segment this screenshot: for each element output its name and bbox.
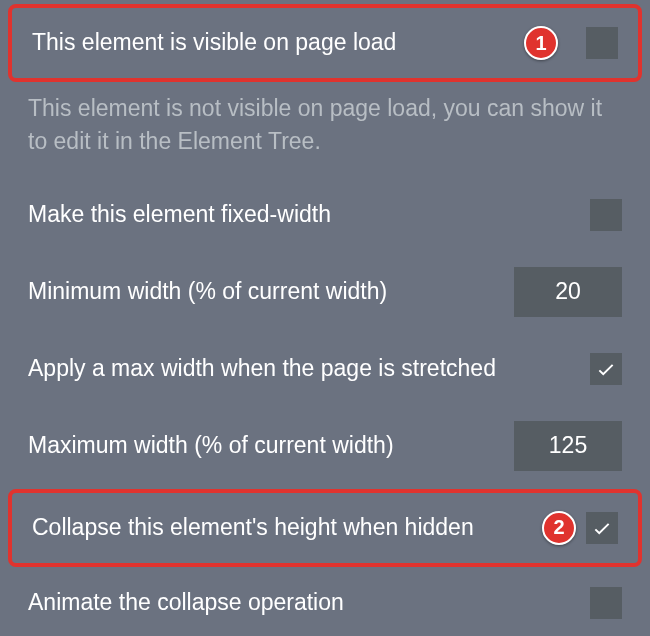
row-fixed-width: Make this element fixed-width (0, 181, 650, 249)
label-min-width: Minimum width (% of current width) (28, 276, 514, 307)
row-collapse-when-hidden: Collapse this element's height when hidd… (12, 493, 638, 563)
checkbox-visible-on-load[interactable] (586, 27, 618, 59)
annotation-badge-1: 1 (524, 26, 558, 60)
row-min-width: Minimum width (% of current width) (0, 249, 650, 335)
highlight-box-2: Collapse this element's height when hidd… (8, 489, 642, 567)
checkbox-apply-max-width[interactable] (590, 353, 622, 385)
input-min-width[interactable] (514, 267, 622, 317)
checkbox-collapse-when-hidden[interactable] (586, 512, 618, 544)
label-animate-collapse: Animate the collapse operation (28, 587, 590, 618)
check-icon (591, 517, 613, 539)
row-visible-on-load: This element is visible on page load 1 (12, 8, 638, 78)
check-icon (595, 358, 617, 380)
row-apply-max-width: Apply a max width when the page is stret… (0, 335, 650, 403)
checkbox-fixed-width[interactable] (590, 199, 622, 231)
label-visible-on-load: This element is visible on page load (32, 27, 512, 58)
label-max-width: Maximum width (% of current width) (28, 430, 514, 461)
label-collapse-when-hidden: Collapse this element's height when hidd… (32, 512, 530, 543)
highlight-box-1: This element is visible on page load 1 (8, 4, 642, 82)
label-apply-max-width: Apply a max width when the page is stret… (28, 353, 590, 384)
settings-panel: This element is visible on page load 1 T… (0, 4, 650, 636)
input-max-width[interactable] (514, 421, 622, 471)
hint-not-visible: This element is not visible on page load… (0, 84, 650, 181)
annotation-badge-2: 2 (542, 511, 576, 545)
checkbox-animate-collapse[interactable] (590, 587, 622, 619)
label-fixed-width: Make this element fixed-width (28, 199, 590, 230)
row-max-width: Maximum width (% of current width) (0, 403, 650, 489)
row-animate-collapse: Animate the collapse operation (0, 569, 650, 636)
